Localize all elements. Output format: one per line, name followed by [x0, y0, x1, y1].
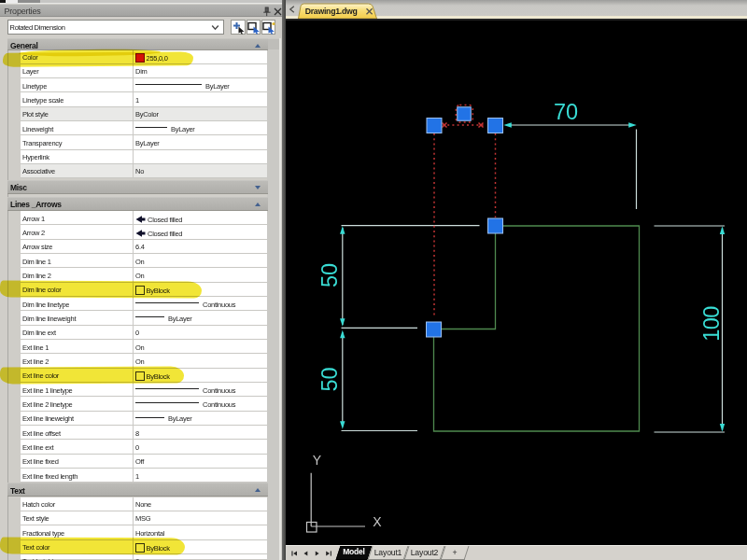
svg-text:X: X [373, 514, 382, 529]
svg-text:Drawing1.dwg: Drawing1.dwg [305, 7, 358, 16]
svg-text:Y: Y [313, 453, 322, 468]
svg-text:70: 70 [554, 100, 578, 124]
svg-text:100: 100 [699, 306, 724, 342]
svg-text:50: 50 [317, 263, 342, 287]
svg-text:50: 50 [317, 367, 342, 391]
